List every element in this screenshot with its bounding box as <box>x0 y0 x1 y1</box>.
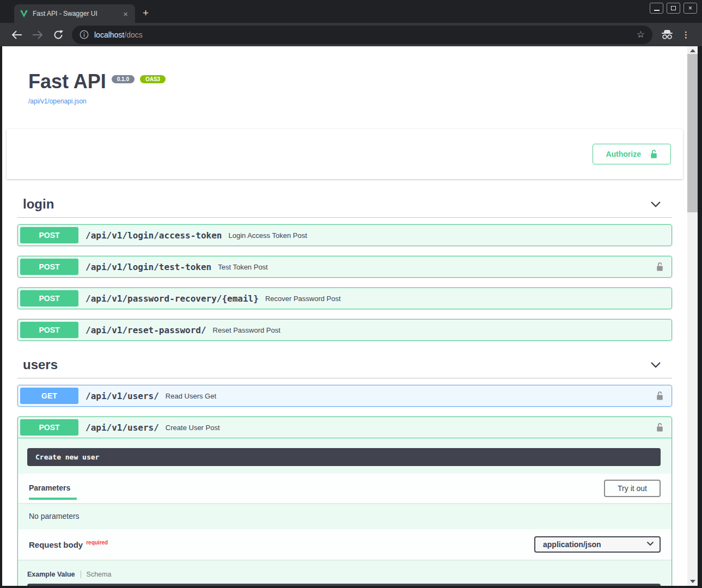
auth-lock-button[interactable] <box>656 422 664 432</box>
endpoint-block-create-user: POST /api/v1/users/ Create User Post Cre… <box>17 416 672 586</box>
section-title: users <box>23 357 58 372</box>
endpoint-summary: Reset Password Post <box>213 326 280 334</box>
method-badge: POST <box>20 322 78 338</box>
scrollbar-thumb[interactable] <box>687 54 698 212</box>
method-badge: POST <box>20 259 78 275</box>
scrollbar-down-arrow-icon[interactable] <box>690 580 695 583</box>
page-viewport: Fast API0.1.0OAS3 /api/v1/openapi.json A… <box>2 46 698 586</box>
auth-lock-button[interactable] <box>656 391 664 401</box>
unlocked-padlock-icon <box>650 149 658 159</box>
browser-window: Fast API - Swagger UI × + × localhost/do… <box>0 0 702 588</box>
unlocked-padlock-icon <box>656 262 664 272</box>
authorize-button[interactable]: Authorize <box>593 144 671 164</box>
parameters-section-header: Parameters Try it out <box>18 474 672 503</box>
endpoint-path: /api/v1/reset-password/ <box>86 325 206 335</box>
endpoint-row-login-test-token[interactable]: POST /api/v1/login/test-token Test Token… <box>17 256 672 278</box>
page-title: Fast API0.1.0OAS3 <box>28 70 672 93</box>
endpoint-row-read-users[interactable]: GET /api/v1/users/ Read Users Get <box>17 385 672 407</box>
scheme-container: Authorize <box>7 129 683 179</box>
titlebar: Fast API - Swagger UI × + × <box>0 0 702 23</box>
no-parameters-text: No parameters <box>18 503 672 529</box>
tab-close-icon[interactable]: × <box>121 9 130 19</box>
unlocked-padlock-icon <box>656 391 664 401</box>
request-body-label: Request bodyrequired <box>29 540 108 549</box>
endpoint-path: /api/v1/users/ <box>86 391 159 401</box>
browser-menu-icon[interactable]: ⋮ <box>682 30 690 40</box>
content-type-select[interactable]: application/json <box>534 536 661 553</box>
favicon-fastapi-icon <box>20 10 28 18</box>
window-minimize-button[interactable] <box>650 3 663 14</box>
content-type-value: application/json <box>534 536 661 553</box>
request-body-section-header: Request bodyrequired application/json <box>18 529 672 560</box>
endpoint-summary: Login Access Token Post <box>228 231 307 240</box>
example-code-block[interactable]: { <box>27 584 661 586</box>
tab-schema[interactable]: Schema <box>81 571 112 578</box>
site-info-icon[interactable] <box>80 30 89 39</box>
minimize-icon <box>654 10 660 11</box>
tab-title: Fast API - Swagger UI <box>33 10 121 17</box>
reload-icon[interactable] <box>52 28 65 41</box>
endpoint-summary: Test Token Post <box>218 263 268 271</box>
endpoint-summary: Recover Password Post <box>265 295 341 303</box>
try-it-out-button[interactable]: Try it out <box>604 480 661 497</box>
endpoint-summary: Read Users Get <box>166 392 216 400</box>
endpoint-row-login-access-token[interactable]: POST /api/v1/login/access-token Login Ac… <box>17 224 672 246</box>
chevron-down-icon <box>646 541 654 546</box>
method-badge: POST <box>20 290 78 307</box>
endpoint-row-create-user[interactable]: POST /api/v1/users/ Create User Post <box>18 417 672 438</box>
endpoint-path: /api/v1/users/ <box>86 422 159 433</box>
section-title: login <box>23 197 54 212</box>
method-badge: POST <box>20 227 78 243</box>
required-badge: required <box>86 540 108 546</box>
auth-lock-button[interactable] <box>656 262 664 272</box>
swagger-ui-page: Fast API0.1.0OAS3 /api/v1/openapi.json A… <box>2 46 687 586</box>
oas-badge: OAS3 <box>140 75 166 83</box>
back-icon[interactable] <box>10 28 23 41</box>
method-badge: POST <box>20 419 78 436</box>
incognito-icon <box>661 28 674 41</box>
authorize-label: Authorize <box>606 150 641 158</box>
openapi-spec-link[interactable]: /api/v1/openapi.json <box>28 97 672 105</box>
window-maximize-button[interactable] <box>667 3 680 14</box>
section-header-users[interactable]: users <box>17 352 672 378</box>
method-badge: GET <box>20 388 78 404</box>
new-tab-icon[interactable]: + <box>143 7 149 19</box>
section-header-login[interactable]: login <box>17 191 672 218</box>
browser-tab[interactable]: Fast API - Swagger UI × <box>14 4 135 23</box>
chevron-down-icon[interactable] <box>650 362 661 368</box>
maximize-icon <box>671 6 676 10</box>
endpoint-path: /api/v1/login/test-token <box>86 262 211 272</box>
unlocked-padlock-icon <box>656 422 664 432</box>
forward-icon[interactable] <box>31 28 44 41</box>
endpoint-summary: Create User Post <box>166 424 220 432</box>
endpoint-path: /api/v1/login/access-token <box>86 230 222 241</box>
version-badge: 0.1.0 <box>112 75 135 83</box>
endpoint-row-reset-password[interactable]: POST /api/v1/reset-password/ Reset Passw… <box>17 319 672 341</box>
endpoint-row-password-recovery[interactable]: POST /api/v1/password-recovery/{email} R… <box>17 287 672 309</box>
operation-description: Create new user <box>27 448 661 466</box>
browser-toolbar: localhost/docs ☆ ⋮ <box>0 23 702 46</box>
chevron-down-icon[interactable] <box>650 201 661 207</box>
tab-example-value[interactable]: Example Value <box>27 571 75 578</box>
page-scrollbar[interactable] <box>687 46 698 586</box>
scrollbar-up-arrow-icon[interactable] <box>690 49 695 52</box>
url-text[interactable]: localhost/docs <box>94 30 143 39</box>
window-close-button[interactable]: × <box>683 3 697 14</box>
endpoint-path: /api/v1/password-recovery/{email} <box>86 293 259 304</box>
model-example-area: Example Value Schema { <box>18 560 672 586</box>
address-bar[interactable]: localhost/docs ☆ <box>72 26 652 44</box>
bookmark-star-icon[interactable]: ☆ <box>637 29 645 40</box>
tab-parameters[interactable]: Parameters <box>29 483 77 500</box>
